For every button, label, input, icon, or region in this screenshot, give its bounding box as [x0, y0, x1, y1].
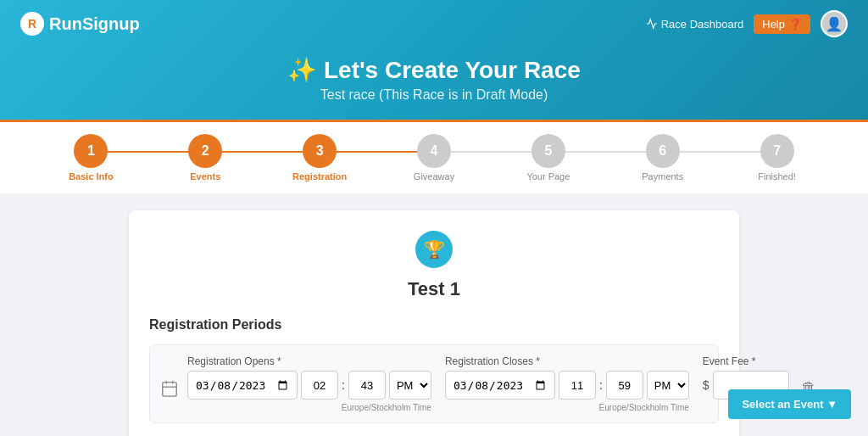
- closes-hour-input[interactable]: [559, 371, 596, 400]
- closes-field-row: : PM AM: [445, 371, 689, 400]
- step-label-2: Events: [190, 171, 220, 182]
- step-label-3: Registration: [292, 171, 347, 182]
- opens-ampm-select[interactable]: PM AM: [389, 371, 431, 400]
- step-circle-3: 3: [303, 134, 337, 168]
- step-circle-7: 7: [760, 134, 794, 168]
- step-payments[interactable]: 6 Payments: [605, 134, 720, 182]
- step-circle-5: 5: [531, 134, 565, 168]
- closes-minute-input[interactable]: [606, 371, 643, 400]
- step-label-6: Payments: [642, 171, 683, 182]
- opens-minute-input[interactable]: [348, 371, 386, 400]
- logo-icon: R: [20, 12, 44, 36]
- calendar-icon: [160, 355, 179, 398]
- step-label-1: Basic Info: [69, 171, 114, 182]
- step-giveaway[interactable]: 4 Giveaway: [377, 134, 492, 182]
- step-events[interactable]: 2 Events: [148, 134, 263, 182]
- closes-group: Registration Closes * : PM AM Europe/Sto…: [445, 355, 689, 412]
- svg-rect-0: [163, 383, 177, 397]
- closes-timezone: Europe/Stockholm Time: [445, 403, 689, 412]
- step-finished[interactable]: 7 Finished!: [720, 134, 834, 182]
- step-circle-1: 1: [74, 134, 108, 168]
- hero-title: ✨ Let's Create Your Race: [20, 56, 848, 84]
- step-label-4: Giveaway: [414, 171, 454, 182]
- help-button[interactable]: Help ❓: [754, 14, 810, 34]
- opens-field-row: : PM AM: [187, 371, 431, 400]
- stepper: 1 Basic Info 2 Events 3 Registration 4 G…: [0, 122, 868, 193]
- logo[interactable]: R RunSignup: [20, 12, 140, 36]
- opens-timezone: Europe/Stockholm Time: [187, 403, 431, 412]
- closes-date-input[interactable]: [445, 371, 555, 400]
- opens-group: Registration Opens * : PM AM Europe/Stoc…: [187, 355, 431, 412]
- period-row: Registration Opens * : PM AM Europe/Stoc…: [149, 344, 719, 423]
- logo-text: RunSignup: [49, 14, 140, 34]
- card-icon-header: 🏆: [149, 231, 719, 268]
- opens-colon: :: [342, 378, 345, 392]
- closes-label: Registration Closes *: [445, 355, 689, 367]
- chart-icon: [646, 18, 658, 30]
- trophy-icon: 🏆: [415, 231, 453, 268]
- closes-ampm-select[interactable]: PM AM: [647, 371, 689, 400]
- step-circle-4: 4: [417, 134, 451, 168]
- select-event-button[interactable]: Select an Event ▼: [728, 389, 851, 419]
- step-label-7: Finished!: [758, 171, 796, 182]
- opens-label: Registration Opens *: [187, 355, 431, 367]
- opens-hour-input[interactable]: [301, 371, 338, 400]
- section-title: Registration Periods: [149, 317, 719, 333]
- step-label-5: Your Page: [526, 171, 570, 182]
- opens-date-input[interactable]: [187, 371, 298, 400]
- period-fields: Registration Opens * : PM AM Europe/Stoc…: [187, 355, 789, 412]
- hero-subtitle: Test race (This Race is in Draft Mode): [20, 87, 848, 103]
- step-registration[interactable]: 3 Registration: [263, 134, 377, 182]
- registration-card: 🏆 Test 1 Registration Periods Registrati…: [129, 210, 739, 436]
- race-dashboard-link[interactable]: Race Dashboard: [646, 18, 744, 31]
- step-circle-6: 6: [646, 134, 680, 168]
- step-your-page[interactable]: 5 Your Page: [491, 134, 605, 182]
- avatar[interactable]: 👤: [821, 10, 848, 37]
- step-basic-info[interactable]: 1 Basic Info: [34, 134, 148, 182]
- closes-colon: :: [599, 378, 603, 392]
- card-title: Test 1: [149, 278, 719, 300]
- fee-label: Event Fee *: [703, 355, 789, 367]
- dollar-sign: $: [703, 378, 709, 392]
- step-circle-2: 2: [188, 134, 222, 168]
